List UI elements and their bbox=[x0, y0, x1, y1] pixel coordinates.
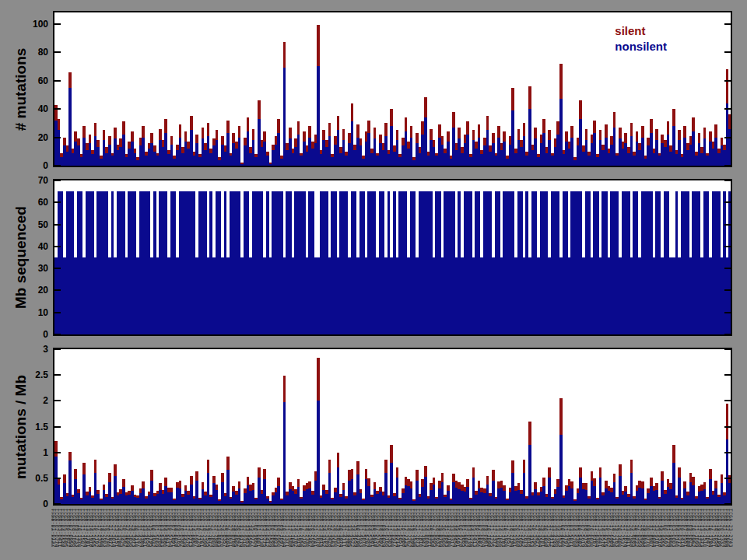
tick-mark bbox=[724, 426, 731, 428]
figure-background: # mutations Mb sequenced mutations / Mb … bbox=[0, 0, 747, 560]
tick-label: 2.5 bbox=[35, 369, 48, 380]
tick-mark bbox=[724, 334, 731, 335]
tick-mark bbox=[54, 503, 61, 505]
tick-label: 2 bbox=[43, 395, 48, 406]
bars-mutation-rate bbox=[54, 349, 731, 504]
tick-mark bbox=[54, 180, 61, 181]
tick-mark bbox=[724, 452, 731, 453]
tick-mark bbox=[724, 80, 731, 82]
tick-mark bbox=[724, 312, 731, 313]
tick-mark bbox=[54, 312, 61, 313]
tick-mark bbox=[54, 374, 61, 376]
panel-mutations: silent nonsilent 020406080100 bbox=[53, 11, 732, 167]
tick-label: 40 bbox=[38, 241, 48, 252]
tick-label: 30 bbox=[38, 263, 48, 274]
tick-label: 20 bbox=[38, 285, 48, 296]
segment-silent bbox=[728, 114, 731, 128]
tick-label: 0 bbox=[43, 499, 48, 509]
tick-mark bbox=[54, 80, 61, 82]
legend-item-silent: silent bbox=[615, 23, 667, 39]
tick-mark bbox=[724, 180, 731, 181]
tick-label: 1.5 bbox=[35, 422, 48, 432]
tick-mark bbox=[724, 137, 731, 138]
tick-mark bbox=[724, 51, 731, 53]
tick-label: 20 bbox=[38, 132, 48, 143]
tick-mark bbox=[54, 23, 61, 25]
tick-mark bbox=[724, 224, 731, 226]
tick-mark bbox=[54, 51, 61, 53]
tick-mark bbox=[724, 246, 731, 247]
segment-nonsilent bbox=[728, 483, 731, 504]
legend-item-nonsilent: nonsilent bbox=[615, 39, 667, 54]
tick-label: 80 bbox=[38, 47, 48, 58]
tick-mark bbox=[54, 400, 61, 401]
tick-mark bbox=[724, 374, 731, 376]
bar-sample-239 bbox=[728, 12, 731, 166]
tick-mark bbox=[54, 334, 61, 335]
tick-label: 0 bbox=[43, 160, 48, 171]
tick-mark bbox=[724, 108, 731, 110]
tick-label: 1 bbox=[43, 447, 48, 458]
tick-mark bbox=[724, 400, 731, 401]
y-axis-label-mutations: # mutations bbox=[12, 48, 30, 131]
tick-mark bbox=[54, 165, 61, 166]
tick-label: 100 bbox=[33, 19, 48, 30]
tick-mark bbox=[54, 224, 61, 226]
x-tick-label: TCGA-23-2743 bbox=[728, 509, 734, 548]
tick-mark bbox=[724, 289, 731, 291]
y-axis-label-mutation-rate: mutations / Mb bbox=[12, 375, 30, 479]
tick-mark bbox=[54, 348, 61, 350]
panel-mutation-rate: 00.511.522.53 bbox=[53, 348, 732, 506]
tick-mark bbox=[54, 426, 61, 428]
panel-mb-sequenced: 010203040506070 bbox=[53, 179, 732, 336]
tick-mark bbox=[724, 201, 731, 203]
x-axis-sample-labels: TCGA-00-0000TCGA-01-0137TCGA-02-0274TCGA… bbox=[51, 508, 734, 560]
tick-label: 50 bbox=[38, 219, 48, 230]
legend: silent nonsilent bbox=[615, 23, 667, 54]
tick-label: 60 bbox=[38, 75, 48, 86]
tick-mark bbox=[724, 478, 731, 479]
tick-mark bbox=[54, 478, 61, 479]
tick-mark bbox=[724, 268, 731, 269]
tick-mark bbox=[54, 268, 61, 269]
tick-mark bbox=[54, 201, 61, 203]
segment-nonsilent bbox=[728, 129, 731, 166]
tick-label: 0.5 bbox=[35, 473, 48, 484]
y-axis-label-mb-sequenced: Mb sequenced bbox=[12, 206, 30, 309]
tick-mark bbox=[54, 246, 61, 247]
tick-mark bbox=[724, 23, 731, 25]
bars-mb-sequenced bbox=[54, 180, 731, 334]
tick-label: 0 bbox=[43, 329, 48, 340]
tick-label: 70 bbox=[38, 175, 48, 186]
tick-label: 60 bbox=[38, 197, 48, 208]
tick-mark bbox=[54, 452, 61, 453]
tick-label: 40 bbox=[38, 103, 48, 114]
tick-mark bbox=[54, 108, 61, 110]
tick-mark bbox=[724, 165, 731, 166]
tick-mark bbox=[54, 289, 61, 291]
tick-label: 10 bbox=[38, 307, 48, 318]
tick-mark bbox=[54, 137, 61, 138]
tick-mark bbox=[724, 348, 731, 350]
tick-label: 3 bbox=[43, 344, 48, 355]
segment-silent bbox=[728, 475, 731, 483]
tick-mark bbox=[724, 503, 731, 505]
